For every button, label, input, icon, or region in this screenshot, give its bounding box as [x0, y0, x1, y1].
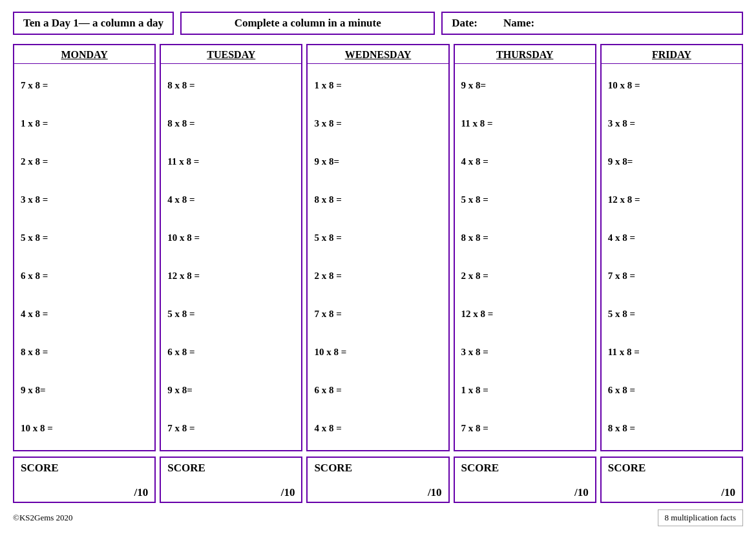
fact-item: 2 x 8 =	[21, 155, 148, 169]
day-facts-friday: 10 x 8 =3 x 8 =9 x 8=12 x 8 =4 x 8 =7 x …	[602, 64, 742, 450]
score-value: /10	[167, 486, 295, 499]
score-value: /10	[21, 486, 148, 499]
fact-item: 6 x 8 =	[314, 384, 441, 397]
name-label: Name:	[503, 17, 534, 30]
score-value: /10	[461, 486, 589, 499]
fact-item: 7 x 8 =	[461, 422, 589, 435]
fact-item: 2 x 8 =	[461, 269, 589, 283]
day-column-tuesday: TUESDAY8 x 8 =8 x 8 =11 x 8 =4 x 8 =10 x…	[160, 44, 302, 451]
fact-item: 10 x 8 =	[21, 422, 148, 435]
fact-item: 8 x 8 =	[608, 422, 735, 435]
footer: ©KS2Gems 2020 8 multiplication facts	[13, 508, 743, 528]
score-value: /10	[314, 486, 441, 499]
fact-item: 10 x 8 =	[608, 79, 735, 92]
fact-item: 1 x 8 =	[314, 79, 441, 92]
fact-item: 5 x 8 =	[608, 307, 735, 321]
score-label: SCORE	[167, 462, 295, 475]
copyright: ©KS2Gems 2020	[13, 513, 73, 523]
score-label: SCORE	[461, 462, 589, 475]
score-box-tuesday: SCORE/10	[160, 457, 302, 503]
fact-item: 1 x 8 =	[461, 384, 589, 397]
fact-item: 8 x 8 =	[167, 79, 295, 92]
score-label: SCORE	[21, 462, 148, 475]
fact-item: 4 x 8 =	[314, 422, 441, 435]
columns-row: MONDAY7 x 8 =1 x 8 =2 x 8 =3 x 8 =5 x 8 …	[13, 44, 743, 451]
fact-item: 3 x 8 =	[21, 193, 148, 207]
fact-item: 7 x 8 =	[21, 79, 148, 92]
fact-item: 5 x 8 =	[461, 193, 589, 207]
date-label: Date:	[452, 17, 478, 30]
score-box-monday: SCORE/10	[13, 457, 156, 503]
fact-item: 9 x 8=	[167, 384, 295, 397]
fact-item: 5 x 8 =	[167, 307, 295, 321]
fact-item: 8 x 8 =	[314, 193, 441, 207]
score-row: SCORE/10SCORE/10SCORE/10SCORE/10SCORE/10	[13, 457, 743, 503]
fact-item: 8 x 8 =	[461, 231, 589, 245]
day-header-tuesday: TUESDAY	[161, 45, 301, 64]
fact-item: 1 x 8 =	[21, 117, 148, 130]
fact-item: 7 x 8 =	[314, 307, 441, 321]
header-title2: Complete a column in a minute	[180, 12, 435, 35]
fact-item: 11 x 8 =	[608, 345, 735, 359]
day-facts-wednesday: 1 x 8 =3 x 8 =9 x 8=8 x 8 =5 x 8 =2 x 8 …	[308, 64, 448, 450]
fact-item: 12 x 8 =	[461, 307, 589, 321]
fact-item: 6 x 8 =	[608, 384, 735, 397]
fact-item: 10 x 8 =	[167, 231, 295, 245]
day-column-friday: FRIDAY10 x 8 =3 x 8 =9 x 8=12 x 8 =4 x 8…	[600, 44, 743, 451]
header-date-name: Date: Name:	[441, 12, 743, 35]
fact-item: 7 x 8 =	[167, 422, 295, 435]
fact-item: 4 x 8 =	[21, 307, 148, 321]
day-facts-thursday: 9 x 8=11 x 8 =4 x 8 =5 x 8 =8 x 8 =2 x 8…	[455, 64, 595, 450]
day-column-wednesday: WEDNESDAY1 x 8 =3 x 8 =9 x 8=8 x 8 =5 x …	[306, 44, 449, 451]
fact-item: 12 x 8 =	[167, 269, 295, 283]
day-column-monday: MONDAY7 x 8 =1 x 8 =2 x 8 =3 x 8 =5 x 8 …	[13, 44, 156, 451]
page: Ten a Day 1— a column a day Complete a c…	[0, 0, 756, 534]
fact-item: 9 x 8=	[608, 155, 735, 169]
day-header-wednesday: WEDNESDAY	[308, 45, 448, 64]
fact-item: 9 x 8=	[314, 155, 441, 169]
fact-item: 6 x 8 =	[21, 269, 148, 283]
fact-item: 10 x 8 =	[314, 345, 441, 359]
score-box-friday: SCORE/10	[600, 457, 743, 503]
fact-item: 9 x 8=	[21, 384, 148, 397]
day-facts-monday: 7 x 8 =1 x 8 =2 x 8 =3 x 8 =5 x 8 =6 x 8…	[14, 64, 154, 450]
fact-item: 3 x 8 =	[608, 117, 735, 130]
fact-item: 4 x 8 =	[608, 231, 735, 245]
day-header-monday: MONDAY	[14, 45, 154, 64]
day-header-friday: FRIDAY	[602, 45, 742, 64]
day-header-thursday: THURSDAY	[455, 45, 595, 64]
fact-item: 2 x 8 =	[314, 269, 441, 283]
header: Ten a Day 1— a column a day Complete a c…	[13, 12, 743, 35]
score-value: /10	[608, 486, 735, 499]
fact-item: 5 x 8 =	[314, 231, 441, 245]
fact-item: 9 x 8=	[461, 79, 589, 92]
score-box-wednesday: SCORE/10	[306, 457, 449, 503]
fact-item: 8 x 8 =	[167, 117, 295, 130]
score-label: SCORE	[314, 462, 441, 475]
day-facts-tuesday: 8 x 8 =8 x 8 =11 x 8 =4 x 8 =10 x 8 =12 …	[161, 64, 301, 450]
header-title1: Ten a Day 1— a column a day	[13, 12, 174, 35]
fact-item: 12 x 8 =	[608, 193, 735, 207]
fact-item: 8 x 8 =	[21, 345, 148, 359]
score-label: SCORE	[608, 462, 735, 475]
fact-item: 3 x 8 =	[461, 345, 589, 359]
fact-item: 4 x 8 =	[167, 193, 295, 207]
facts-label: 8 multiplication facts	[658, 509, 743, 526]
fact-item: 3 x 8 =	[314, 117, 441, 130]
fact-item: 5 x 8 =	[21, 231, 148, 245]
fact-item: 11 x 8 =	[167, 155, 295, 169]
fact-item: 6 x 8 =	[167, 345, 295, 359]
fact-item: 4 x 8 =	[461, 155, 589, 169]
fact-item: 7 x 8 =	[608, 269, 735, 283]
fact-item: 11 x 8 =	[461, 117, 589, 130]
day-column-thursday: THURSDAY9 x 8=11 x 8 =4 x 8 =5 x 8 =8 x …	[454, 44, 596, 451]
score-box-thursday: SCORE/10	[454, 457, 596, 503]
